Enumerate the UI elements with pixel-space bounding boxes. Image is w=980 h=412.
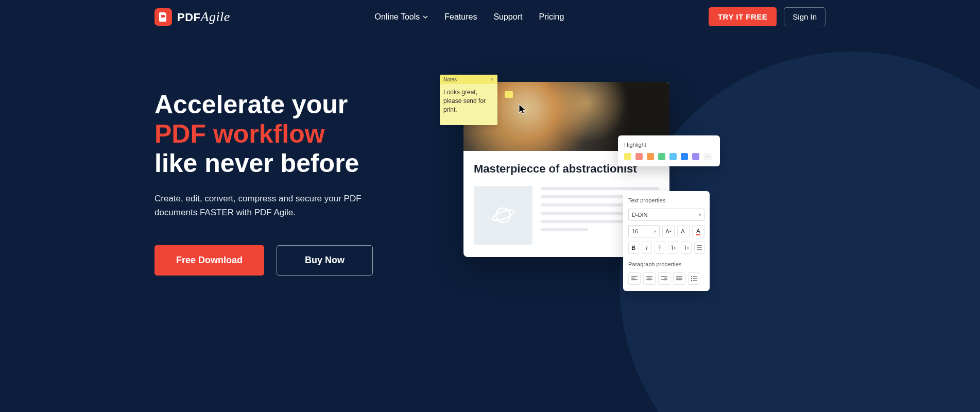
- font-size-select[interactable]: 16▾: [628, 225, 660, 237]
- more-colors-button[interactable]: ⋯: [703, 153, 712, 160]
- header-actions: TRY IT FREE Sign In: [709, 7, 826, 26]
- logo[interactable]: PDFAgile: [154, 8, 230, 26]
- cursor-icon: [518, 104, 527, 117]
- align-right-button[interactable]: [658, 272, 670, 285]
- nav-pricing[interactable]: Pricing: [539, 12, 564, 22]
- font-decrease-button[interactable]: A-: [677, 225, 690, 237]
- spacing-button[interactable]: [694, 242, 705, 254]
- strikethrough-button[interactable]: T: [655, 242, 665, 254]
- logo-icon: [154, 8, 172, 26]
- color-swatch[interactable]: [669, 153, 677, 160]
- chevron-down-icon: [423, 14, 428, 20]
- list-button[interactable]: [688, 272, 700, 285]
- close-icon[interactable]: ×: [491, 76, 494, 82]
- highlight-label: Highlight: [624, 142, 714, 148]
- hero-subtitle: Create, edit, convert, compress and secu…: [154, 192, 381, 219]
- align-justify-button[interactable]: [673, 272, 685, 285]
- color-swatch[interactable]: [692, 153, 699, 160]
- color-swatch[interactable]: [647, 153, 654, 160]
- nav-features[interactable]: Features: [444, 12, 477, 22]
- sign-in-button[interactable]: Sign In: [784, 7, 826, 26]
- paragraph-properties-label: Paragraph properties: [628, 261, 704, 267]
- hero-illustration: Masterpiecce of abstractionist: [438, 75, 826, 276]
- nav-label: Online Tools: [374, 12, 420, 22]
- svg-point-2: [691, 276, 692, 277]
- font-family-select[interactable]: D-DIN▾: [628, 209, 704, 221]
- text-properties-panel: Text properties D-DIN▾ 16▾ A+ A- A B I T…: [623, 191, 710, 291]
- highlight-panel: Highlight ⋯: [618, 135, 720, 166]
- hero-cta: Free Download Buy Now: [154, 245, 417, 276]
- color-swatch[interactable]: [681, 153, 688, 160]
- free-download-button[interactable]: Free Download: [154, 245, 264, 276]
- color-swatch[interactable]: [624, 153, 631, 160]
- font-increase-button[interactable]: A+: [662, 225, 675, 237]
- nav-online-tools[interactable]: Online Tools: [374, 12, 428, 22]
- hero-copy: Accelerate your PDF workflow like never …: [154, 90, 417, 276]
- subscript-button[interactable]: Tx: [681, 242, 692, 254]
- bold-button[interactable]: B: [628, 242, 639, 254]
- header: PDFAgile Online Tools Features Support P…: [0, 0, 980, 33]
- planet-icon: [474, 186, 532, 245]
- color-swatch[interactable]: [635, 153, 643, 160]
- svg-point-4: [691, 280, 692, 281]
- main-nav: Online Tools Features Support Pricing: [374, 12, 564, 22]
- hero: Accelerate your PDF workflow like never …: [0, 33, 980, 276]
- text-properties-label: Text properties: [628, 197, 704, 203]
- align-center-button[interactable]: [643, 272, 656, 285]
- color-swatch[interactable]: [658, 153, 665, 160]
- sticky-note-title: Notes: [443, 77, 457, 82]
- font-color-button[interactable]: A: [692, 225, 704, 237]
- align-left-button[interactable]: [628, 272, 641, 285]
- hero-title: Accelerate your PDF workflow like never …: [154, 90, 417, 178]
- italic-button[interactable]: I: [642, 242, 652, 254]
- buy-now-button[interactable]: Buy Now: [277, 245, 373, 276]
- sticky-note-body: Looks great, please send for print.: [440, 84, 497, 125]
- logo-text: PDFAgile: [177, 9, 230, 25]
- highlight-swatches: ⋯: [624, 153, 714, 160]
- svg-point-1: [491, 208, 515, 222]
- svg-point-3: [691, 278, 692, 279]
- sticky-note: Notes × Looks great, please send for pri…: [440, 75, 497, 125]
- nav-support[interactable]: Support: [493, 12, 522, 22]
- try-free-button[interactable]: TRY IT FREE: [709, 7, 777, 26]
- note-flag-icon: [505, 91, 513, 98]
- superscript-button[interactable]: Tx: [668, 242, 679, 254]
